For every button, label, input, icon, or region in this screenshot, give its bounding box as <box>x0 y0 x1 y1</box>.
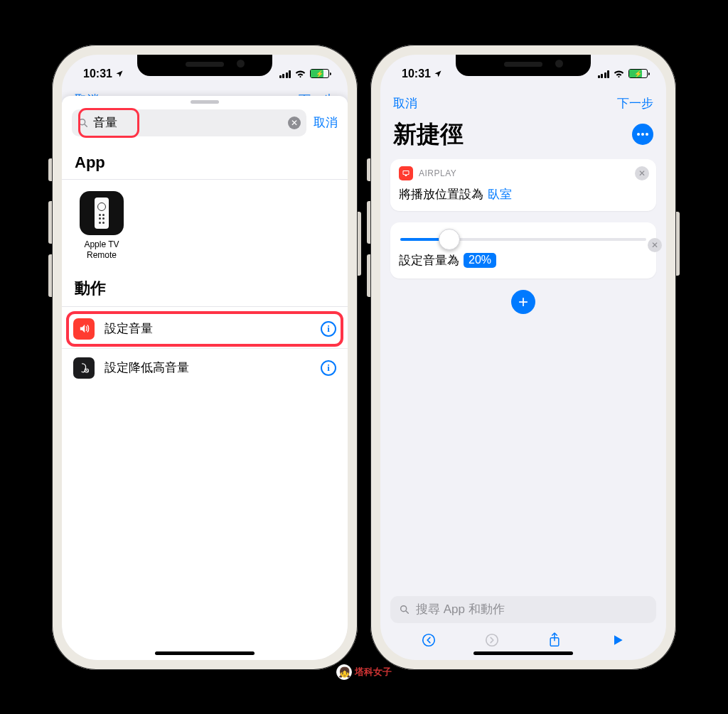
svg-point-8 <box>423 634 435 646</box>
svg-point-6 <box>401 605 407 611</box>
notch <box>456 55 591 76</box>
phone-right: 10:31 ⚡ 取消 下一步 新捷徑 <box>370 45 676 670</box>
action-search-field[interactable]: 搜尋 App 和動作 <box>390 596 656 623</box>
redo-button <box>483 631 501 649</box>
volume-slider[interactable] <box>400 238 646 241</box>
svg-point-5 <box>646 133 648 136</box>
svg-point-3 <box>637 133 640 136</box>
location-icon <box>115 70 124 78</box>
ellipsis-icon <box>636 132 649 136</box>
home-indicator[interactable] <box>473 651 573 655</box>
card-text: 將播放位置設為 <box>399 186 483 202</box>
signal-icon <box>279 70 291 78</box>
status-time: 10:31 <box>83 67 112 80</box>
clear-search-icon[interactable]: ✕ <box>288 117 301 129</box>
play-icon <box>611 632 625 648</box>
watermark: 👧 塔科女子 <box>336 664 392 680</box>
svg-point-9 <box>486 634 498 646</box>
search-sheet: ✕ 取消 App Apple TV Remote 動作 <box>62 96 348 660</box>
action-card-airplay[interactable]: ✕ AIRPLAY 將播放位置設為 臥室 <box>390 159 656 211</box>
next-button[interactable]: 下一步 <box>617 95 653 112</box>
app-label: Apple TV Remote <box>84 239 119 261</box>
action-reduce-loud[interactable]: 設定降低高音量 i <box>62 348 348 387</box>
cancel-button[interactable]: 取消 <box>393 95 417 112</box>
card-text: 設定音量為 <box>399 252 459 269</box>
action-card-volume[interactable]: ✕ 設定音量為 20% <box>390 222 656 278</box>
search-input[interactable] <box>93 116 284 130</box>
search-cancel-button[interactable]: 取消 <box>314 114 338 131</box>
volume-icon <box>73 318 95 340</box>
svg-line-7 <box>406 611 408 613</box>
wifi-icon <box>294 69 306 78</box>
action-title: 設定音量 <box>105 320 311 337</box>
appletv-remote-icon <box>80 191 124 235</box>
undo-button[interactable] <box>419 631 438 649</box>
search-placeholder: 搜尋 App 和動作 <box>416 601 505 617</box>
share-icon <box>547 632 562 649</box>
search-field-wrap[interactable]: ✕ <box>72 109 306 136</box>
redo-icon <box>484 632 500 648</box>
info-icon[interactable]: i <box>321 321 336 337</box>
wifi-icon <box>613 69 625 78</box>
share-button[interactable] <box>545 631 564 649</box>
info-icon[interactable]: i <box>321 360 336 376</box>
more-button[interactable] <box>632 124 653 145</box>
card-label: AIRPLAY <box>419 168 456 178</box>
notch <box>137 55 272 76</box>
signal-icon <box>598 70 610 78</box>
search-icon <box>399 604 410 615</box>
action-title: 設定降低高音量 <box>105 359 311 376</box>
section-actions-header: 動作 <box>62 268 348 306</box>
close-icon[interactable]: ✕ <box>648 238 662 252</box>
close-icon[interactable]: ✕ <box>635 166 649 180</box>
svg-point-0 <box>80 119 85 124</box>
status-time: 10:31 <box>402 67 431 80</box>
ear-icon <box>73 357 95 379</box>
airplay-icon <box>399 166 413 180</box>
watermark-text: 塔科女子 <box>355 666 392 678</box>
card-param[interactable]: 臥室 <box>488 186 512 202</box>
slider-thumb[interactable] <box>439 229 460 250</box>
location-icon <box>434 70 442 78</box>
app-item-appletv-remote[interactable]: Apple TV Remote <box>75 191 129 261</box>
home-indicator[interactable] <box>155 651 255 655</box>
volume-value-pill[interactable]: 20% <box>464 253 496 268</box>
svg-point-4 <box>641 133 644 136</box>
action-set-volume[interactable]: 設定音量 i <box>62 310 348 348</box>
section-app-header: App <box>62 144 348 179</box>
add-action-button[interactable]: + <box>511 290 535 314</box>
search-icon <box>77 117 89 129</box>
battery-icon: ⚡ <box>310 69 329 78</box>
svg-line-1 <box>85 124 87 126</box>
sheet-grabber[interactable] <box>191 100 219 104</box>
page-title: 新捷徑 <box>393 119 464 151</box>
battery-icon: ⚡ <box>628 69 648 78</box>
run-button[interactable] <box>609 631 627 649</box>
undo-icon <box>421 632 437 648</box>
phone-left: 10:31 ⚡ 取消 下一步 <box>52 45 358 670</box>
